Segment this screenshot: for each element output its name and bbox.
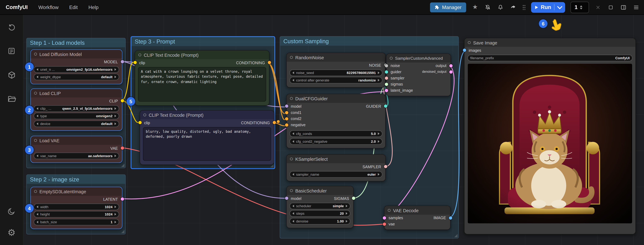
widget-vae-name[interactable]: vae_name ae.safetensors [34,152,119,159]
widget-unet-name[interactable]: unet_n ... omnigen2_fp16.safetensors [34,66,119,73]
next-arrow-icon[interactable] [114,205,116,208]
node-header[interactable]: CLIP Text Encode (Prompt) [135,51,269,59]
next-arrow-icon[interactable] [378,71,380,74]
collapse-dot-icon[interactable] [143,113,146,116]
node-sampler-custom-advanced[interactable]: SamplerCustomAdvanced noise output guide… [386,54,451,96]
prev-arrow-icon[interactable] [292,173,294,175]
bell-off-icon[interactable] [484,4,492,11]
denoised-output-dot[interactable] [449,70,452,73]
collapse-dot-icon[interactable] [290,97,293,100]
node-header[interactable]: VAE Decode [384,206,450,215]
node-header[interactable]: Load VAE [31,136,122,145]
collapse-dot-icon[interactable] [390,57,393,60]
clip-output-dot[interactable] [120,99,124,102]
collapse-dot-icon[interactable] [138,54,141,56]
node-header[interactable]: KSamplerSelect [286,155,385,163]
collapse-dot-icon[interactable] [290,56,293,59]
node-ksampler-select[interactable]: KSamplerSelect SAMPLER sampler_name eule… [286,154,386,181]
batch-count-stepper[interactable]: 1 [570,2,589,13]
star-icon[interactable]: ★ [471,4,479,11]
drag-handle-icon[interactable] [522,5,526,10]
widget-noise-seed[interactable]: noise_seed 822957860815591 [290,69,382,76]
next-arrow-icon[interactable] [378,140,380,143]
widget-steps[interactable]: steps 20 [290,210,350,217]
node-header[interactable]: Load Diffusion Model [31,50,122,59]
node-header[interactable]: Save Image [464,38,635,47]
next-arrow-icon[interactable] [114,122,116,125]
stepper-arrows-icon[interactable] [580,5,582,9]
widget-batch-size[interactable]: batch_size 1 [34,218,119,225]
widget-sampler-name[interactable]: sampler_name euler [290,171,382,177]
model-library-icon[interactable] [4,91,19,106]
next-arrow-icon[interactable] [114,107,116,110]
menu-workflow[interactable]: Workflow [38,4,58,10]
prev-arrow-icon[interactable] [36,122,38,125]
prev-arrow-icon[interactable] [36,154,38,157]
maximize-icon[interactable] [607,4,614,11]
collapse-dot-icon[interactable] [34,92,37,95]
node-header[interactable]: CLIP Text Encode (Prompt) [140,111,274,119]
widget-clip-name[interactable]: clip_ ... qwen_2.5_vl_fp16.safetensors [34,105,119,112]
node-basic-scheduler[interactable]: BasicScheduler model SIGMAS scheduler si… [286,186,354,228]
widget-cfg-cond2-negative[interactable]: cfg_cond2_negative 2.0 [290,138,382,145]
node-header[interactable]: RandomNoise [286,53,385,62]
prev-arrow-icon[interactable] [36,68,38,71]
guider-output-dot[interactable] [384,104,387,108]
node-load-clip[interactable]: Load CLIP CLIP clip_ ... qwen_2.5_vl_fp1… [30,88,122,131]
node-random-noise[interactable]: RandomNoise NOISE noise_seed 82295786081… [286,53,386,88]
vae-output-dot[interactable] [120,146,124,150]
collapse-dot-icon[interactable] [34,139,37,142]
collapse-dot-icon[interactable] [468,41,471,44]
prev-arrow-icon[interactable] [36,115,38,117]
node-load-vae[interactable]: Load VAE VAE vae_name ae.safetensors [30,136,122,163]
group-title[interactable]: Step 1 - Load models [27,38,125,47]
widget-width[interactable]: width 1024 [34,203,119,210]
model-output-dot[interactable] [120,60,124,63]
latent-output-dot[interactable] [120,197,124,201]
next-arrow-icon[interactable] [114,220,116,223]
next-arrow-icon[interactable] [346,212,348,215]
clear-queue-icon[interactable] [594,4,602,11]
next-arrow-icon[interactable] [114,213,116,215]
widget-denoise[interactable]: denoise 1.00 [290,218,350,224]
next-arrow-icon[interactable] [346,204,348,207]
prev-arrow-icon[interactable] [292,220,294,222]
sampler-output-dot[interactable] [384,165,387,168]
widget-height[interactable]: height 1024 [34,211,119,217]
conditioning-output-dot[interactable] [272,121,276,124]
positive-prompt-textarea[interactable]: A cat with a crown lounging on a velvet … [138,67,266,102]
collapse-dot-icon[interactable] [388,209,390,212]
group-title[interactable]: Custom Sampling [280,37,458,46]
hamburger-menu-icon[interactable] [632,4,640,11]
next-arrow-icon[interactable] [114,154,116,157]
next-arrow-icon[interactable] [114,115,116,117]
prev-arrow-icon[interactable] [292,204,294,207]
node-clip-text-encode-positive[interactable]: CLIP Text Encode (Prompt) clip CONDITION… [135,50,270,106]
node-dual-cfg-guider[interactable]: DualCFGGuider model GUIDER cond1 cond2 n… [286,94,386,148]
prev-arrow-icon[interactable] [36,76,38,78]
menu-help[interactable]: Help [88,4,98,10]
share-icon[interactable] [510,4,517,11]
negative-prompt-textarea[interactable]: blurry, low quality, distorted, ugly, ba… [143,127,271,161]
theme-toggle-moon-icon[interactable] [4,204,19,219]
group-title[interactable]: Step 3 - Prompt [132,37,274,46]
next-arrow-icon[interactable] [346,220,348,222]
widget-device[interactable]: device default [34,120,119,127]
next-arrow-icon[interactable] [114,68,116,71]
bell-icon[interactable] [497,4,504,11]
widget-type[interactable]: type omnigen2 [34,113,119,119]
node-empty-sd3-latent-image[interactable]: EmptySD3LatentImage LATENT width 1024 he… [30,187,122,229]
collapse-dot-icon[interactable] [34,190,37,193]
app-logo[interactable]: ComfyUI [6,4,28,10]
group-title[interactable]: Step 2 - image size [27,175,125,184]
widget-scheduler[interactable]: scheduler simple [290,202,350,209]
menu-edit[interactable]: Edit [69,4,78,10]
node-library-icon[interactable] [4,68,19,82]
prev-arrow-icon[interactable] [36,107,38,110]
settings-gear-icon[interactable]: ⚙ [4,225,19,240]
node-save-image[interactable]: Save Image images filename_prefix ComfyU… [464,38,636,234]
widget-cfg-conds[interactable]: cfg_conds 5.0 [290,130,382,137]
prev-arrow-icon[interactable] [36,220,38,223]
widget-control-after-generate[interactable]: control after generate randomize [290,77,382,84]
collapse-dot-icon[interactable] [34,53,37,56]
